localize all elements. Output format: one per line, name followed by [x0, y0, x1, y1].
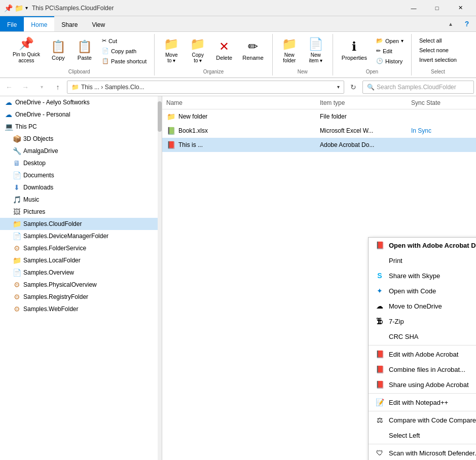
nav-item-downloads[interactable]: ⬇Downloads — [0, 181, 158, 194]
close-button[interactable]: ✕ — [449, 0, 472, 16]
new-item-button[interactable]: 📄 Newitem ▾ — [303, 35, 328, 65]
nav-item-samples.folderservice[interactable]: ⚙Samples.FolderService — [0, 242, 158, 254]
dropdown-arrow[interactable]: ▾ — [25, 5, 28, 11]
ctx-item-edit-acrobat[interactable]: 📕Edit with Adobe Acrobat — [369, 347, 476, 362]
cut-button[interactable]: ✂ Cut — [98, 36, 150, 46]
ribbon-expand-btn[interactable]: ▲ — [444, 17, 458, 31]
invert-label: Invert selection — [419, 57, 457, 63]
properties-label: Properties — [342, 55, 367, 61]
invert-selection-button[interactable]: Invert selection — [416, 55, 460, 64]
tab-file[interactable]: File — [0, 16, 24, 31]
select-all-button[interactable]: Select all — [416, 36, 460, 45]
col-name-header[interactable]: Name — [166, 99, 320, 106]
nav-item-label: Samples.PhysicalOverview — [23, 281, 97, 288]
copy-path-label: Copy path — [111, 48, 136, 54]
select-small-group: Select all Select none Invert selection — [416, 35, 460, 65]
ctx-item-open-acrobat[interactable]: 📕Open with Adobe Acrobat DC — [369, 238, 476, 253]
forward-button[interactable]: → — [18, 80, 32, 94]
copy-button[interactable]: 📋 Copy — [46, 35, 71, 65]
move-to-button[interactable]: 📁 Moveto ▾ — [159, 35, 184, 65]
copy-path-button[interactable]: 📄 Copy path — [98, 46, 150, 56]
nav-item-label: Samples.CloudFolder — [23, 220, 82, 227]
ctx-item-edit-notepad[interactable]: 📝Edit with Notepad++ — [369, 395, 476, 410]
nav-item-onedrive---aelyo-softworks[interactable]: ☁OneDrive - Aelyo Softworks — [0, 96, 158, 108]
ctx-item-print[interactable]: Print — [369, 253, 476, 268]
ctx-item-scan-defender[interactable]: 🛡Scan with Microsoft Defender... — [369, 445, 476, 460]
delete-button[interactable]: ✕ Delete — [211, 35, 237, 65]
ctx-item-compare-code[interactable]: ⚖Compare with Code Compare — [369, 412, 476, 428]
open-button[interactable]: 📂 Open ▾ — [373, 36, 407, 46]
nav-item-samples.devicemanagerfolder[interactable]: 📄Samples.DeviceManagerFolder — [0, 230, 158, 242]
nav-item-samples.webfolder[interactable]: ⚙Samples.WebFolder — [0, 303, 158, 315]
history-icon: 🕒 — [376, 58, 383, 64]
nav-item-this-pc[interactable]: 💻This PC — [0, 121, 158, 133]
rename-icon: ✏ — [248, 40, 258, 54]
paste-shortcut-button[interactable]: 📋 Paste shortcut — [98, 56, 150, 66]
file-item-2[interactable]: 📕This is ...Adobe Acrobat Do... — [162, 138, 476, 152]
nav-item-documents[interactable]: 📄Documents — [0, 169, 158, 181]
up-button[interactable]: ↑ — [51, 80, 65, 94]
recent-locations-button[interactable]: ▾ — [34, 80, 49, 94]
new-folder-button[interactable]: 📁 Newfolder — [277, 35, 302, 65]
context-menu-separator — [369, 393, 476, 394]
path-dropdown[interactable]: ▾ — [337, 84, 340, 90]
ctx-icon-empty — [375, 430, 385, 440]
file-item-0[interactable]: 📁New folderFile folder — [162, 109, 476, 124]
file-icon: 📗 — [166, 126, 175, 135]
col-type-header[interactable]: Item type — [320, 99, 411, 106]
nav-item-samples.localfolder[interactable]: 📁Samples.LocalFolder — [0, 254, 158, 266]
ribbon-tabs: File Home Share View ▲ ? — [0, 16, 476, 31]
properties-button[interactable]: ℹ Properties — [337, 35, 372, 65]
col-sync-header[interactable]: Sync State — [411, 99, 472, 106]
nav-item-samples.overview[interactable]: 📄Samples.Overview — [0, 266, 158, 279]
minimize-button[interactable]: — — [402, 0, 425, 16]
ctx-item-share-acrobat[interactable]: 📕Share using Adobe Acrobat — [369, 377, 476, 392]
ctx-item-combine-acrobat[interactable]: 📕Combine files in Acrobat... — [369, 362, 476, 377]
ctx-item-move-onedrive[interactable]: ☁Move to OneDrive — [369, 298, 476, 314]
nav-item-samples.registryfolder[interactable]: ⚙Samples.RegistryFolder — [0, 291, 158, 303]
ctx-item-share-skype[interactable]: SShare with Skype — [369, 268, 476, 283]
ctx-item-select-left[interactable]: Select Left — [369, 428, 476, 443]
edit-button[interactable]: ✏ Edit — [373, 46, 407, 56]
nav-item-music[interactable]: 🎵Music — [0, 194, 158, 206]
nav-icon: ⚙ — [12, 304, 21, 314]
nav-item-pictures[interactable]: 🖼Pictures — [0, 206, 158, 218]
select-buttons: Select all Select none Invert selection — [416, 34, 460, 68]
history-button[interactable]: 🕒 History — [373, 56, 407, 66]
tab-view[interactable]: View — [85, 16, 112, 31]
tab-home[interactable]: Home — [24, 16, 54, 31]
pin-to-quick-button[interactable]: 📌 Pin to Quickaccess — [8, 35, 45, 65]
nav-item-samples.physicaloverview[interactable]: ⚙Samples.PhysicalOverview — [0, 279, 158, 291]
file-item-1[interactable]: 📗Book1.xlsxMicrosoft Excel W...In Sync — [162, 124, 476, 138]
ctx-item-7zip[interactable]: 🗜7-Zip — [369, 314, 476, 329]
refresh-button[interactable]: ↻ — [346, 80, 360, 94]
select-none-button[interactable]: Select none — [416, 46, 460, 55]
maximize-button[interactable]: □ — [425, 0, 449, 16]
new-folder-icon: 📁 — [282, 37, 297, 51]
open-group: ℹ Properties 📂 Open ▾ ✏ Edit 🕒 — [333, 34, 412, 75]
nav-item-3d-objects[interactable]: 📦3D Objects — [0, 133, 158, 145]
ctx-item-crc-sha[interactable]: CRC SHA — [369, 329, 476, 344]
rename-button[interactable]: ✏ Rename — [238, 35, 268, 65]
ctx-item-open-code[interactable]: ✦Open with Code — [369, 283, 476, 298]
help-btn[interactable]: ? — [460, 17, 474, 31]
nav-item-onedrive---personal[interactable]: ☁OneDrive - Personal — [0, 108, 158, 121]
back-button[interactable]: ← — [2, 80, 16, 94]
file-icon: 📁 — [166, 112, 175, 121]
quick-access-icon: 📌 — [4, 4, 13, 12]
nav-item-samples.cloudfolder[interactable]: 📁Samples.CloudFolder — [0, 218, 158, 230]
search-box[interactable]: 🔍 Search Samples.CloudFolder — [362, 81, 474, 94]
paste-button[interactable]: 📋 Paste — [72, 35, 97, 65]
ctx-icon: 🛡 — [375, 448, 385, 458]
nav-item-amalgadrive[interactable]: 🔧AmalgaDrive — [0, 145, 158, 157]
nav-pane: ☁OneDrive - Aelyo Softworks☁OneDrive - P… — [0, 96, 158, 460]
nav-scrollbar[interactable] — [158, 96, 162, 460]
address-path[interactable]: 📁 This ... › Samples.Clo... ▾ — [67, 81, 344, 94]
ctx-icon: ✦ — [375, 286, 385, 296]
nav-item-label: Documents — [23, 172, 54, 179]
nav-item-desktop[interactable]: 🖥Desktop — [0, 157, 158, 169]
ctx-icon-empty — [375, 331, 385, 341]
title-bar-icons: 📌 📁 ▾ — [4, 4, 28, 12]
copy-to-button[interactable]: 📁 Copyto ▾ — [185, 35, 210, 65]
tab-share[interactable]: Share — [54, 16, 85, 31]
